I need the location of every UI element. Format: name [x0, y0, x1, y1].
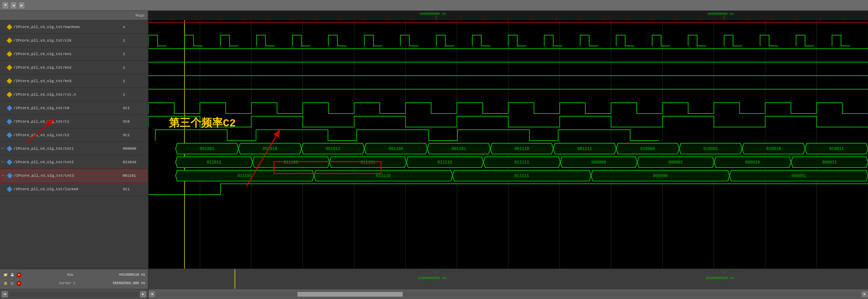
- signal-value-eachvec: x: [121, 25, 148, 29]
- main-area: Msgs /IPcore_pll_v3_vlg_tst/eachvec x /I…: [0, 11, 868, 269]
- status-icon-folder[interactable]: 📁: [3, 272, 8, 278]
- signal-value-cnt3: 001101: [121, 174, 148, 178]
- status-left: 📁 💾 ● Now 4412690110 ns 🔒 ✏️ ● Cursor 1 …: [0, 269, 149, 289]
- left-scroll-track[interactable]: [9, 292, 138, 297]
- toolbar: ▼ ◀ ▶: [0, 0, 868, 11]
- signal-value-cnt1: 000000: [121, 147, 148, 151]
- signal-name-cnt2: /IPcore_pll_v3_vlg_tst/cnt2: [14, 160, 121, 164]
- status-icon-edit[interactable]: ✏️: [9, 281, 15, 286]
- signal-row-en3[interactable]: /IPcore_pll_v3_vlg_tst/en3 1: [0, 74, 148, 88]
- toolbar-prev[interactable]: ◀: [10, 2, 17, 9]
- cursor-label: Cursor 1: [59, 281, 75, 285]
- diamond-locked: [7, 186, 12, 192]
- signal-value-cnt2: 011010: [121, 160, 148, 164]
- signal-name-eachvec: /IPcore_pll_v3_vlg_tst/eachvec: [14, 25, 121, 29]
- signal-value-en1: 1: [121, 52, 148, 56]
- status-right: [149, 269, 868, 289]
- status-icon-lock[interactable]: 🔒: [3, 281, 8, 286]
- status-icon-red-circle[interactable]: ●: [16, 281, 22, 286]
- signal-value-c2: St1: [121, 133, 148, 137]
- signal-value-rst_n: 1: [121, 93, 148, 97]
- toolbar-next[interactable]: ▶: [18, 2, 25, 9]
- status-row-now: 📁 💾 ● Now 4412690110 ns: [3, 272, 145, 278]
- scroll-waveform-right[interactable]: ▶: [861, 291, 868, 298]
- diamond-en2: [7, 65, 12, 70]
- cursor-value: 565502562.095 ns: [113, 281, 145, 285]
- signal-header: Msgs: [0, 11, 148, 20]
- status-icons-row2: 🔒 ✏️ ●: [3, 281, 22, 286]
- signal-row-cnt2[interactable]: +- /IPcore_pll_v3_vlg_tst/cnt2 011010: [0, 155, 148, 169]
- waveform-area[interactable]: 第三个频率C2: [149, 11, 868, 269]
- signal-name-en2: /IPcore_pll_v3_vlg_tst/en2: [14, 66, 121, 70]
- signal-name-locked: /IPcore_pll_v3_vlg_tst/locked: [14, 187, 121, 191]
- diamond-rst_n: [7, 92, 12, 97]
- signal-rows: /IPcore_pll_v3_vlg_tst/eachvec x /IPcore…: [0, 20, 148, 196]
- diamond-c0: [7, 105, 12, 111]
- waveform-scroll-track[interactable]: [157, 292, 860, 297]
- signal-row-clk[interactable]: /IPcore_pll_v3_vlg_tst/clk 1: [0, 34, 148, 47]
- signal-name-cnt1: /IPcore_pll_v3_vlg_tst/cnt1: [14, 147, 121, 151]
- signal-row-en1[interactable]: /IPcore_pll_v3_vlg_tst/en1 1: [0, 47, 148, 61]
- signal-value-en2: 1: [121, 66, 148, 70]
- signal-row-c2[interactable]: /IPcore_pll_v3_vlg_tst/c2 St1: [0, 128, 148, 142]
- signal-row-c1[interactable]: /IPcore_pll_v3_vlg_tst/c1 St0: [0, 115, 148, 128]
- scrollbar-area: ◀ ▶ ◀ ▶: [0, 289, 868, 299]
- diamond-c2: [7, 132, 12, 138]
- signal-row-en2[interactable]: /IPcore_pll_v3_vlg_tst/en2 1: [0, 61, 148, 74]
- signal-row-cnt3[interactable]: +- /IPcore_pll_v3_vlg_tst/cnt3 001101: [0, 169, 148, 182]
- toolbar-dropdown[interactable]: ▼: [2, 2, 9, 9]
- signal-name-c0: /IPcore_pll_v3_vlg_tst/c0: [14, 106, 121, 110]
- scroll-waveform-left[interactable]: ◀: [149, 291, 155, 298]
- diamond-en3: [7, 78, 12, 84]
- diamond-en1: [7, 51, 12, 57]
- signal-name-clk: /IPcore_pll_v3_vlg_tst/clk: [14, 39, 121, 43]
- signal-panel: Msgs /IPcore_pll_v3_vlg_tst/eachvec x /I…: [0, 11, 149, 269]
- signal-row-locked[interactable]: /IPcore_pll_v3_vlg_tst/locked St1: [0, 182, 148, 196]
- waveform-header: [149, 11, 868, 20]
- signal-value-clk: 1: [121, 39, 148, 43]
- scrollbar-right: ◀ ▶: [149, 289, 868, 299]
- diamond-cnt1: [7, 146, 12, 151]
- now-value: 4412690110 ns: [119, 273, 145, 277]
- signal-name-c2: /IPcore_pll_v3_vlg_tst/c2: [14, 133, 121, 137]
- signal-name-cnt3: /IPcore_pll_v3_vlg_tst/cnt3: [14, 174, 121, 178]
- msgs-label: Msgs: [136, 14, 144, 18]
- now-label: Now: [67, 273, 73, 277]
- signal-value-locked: St1: [121, 187, 148, 191]
- status-row-cursor: 🔒 ✏️ ● Cursor 1 565502562.095 ns: [3, 281, 145, 286]
- signal-value-c1: St0: [121, 120, 148, 124]
- status-icon-circle[interactable]: ●: [16, 272, 22, 278]
- diamond-cnt2: [7, 159, 12, 165]
- scroll-left-btn[interactable]: ◀: [1, 291, 8, 298]
- scroll-right-btn1[interactable]: ▶: [140, 291, 147, 298]
- status-icons-row1: 📁 💾 ●: [3, 272, 22, 278]
- diamond-eachvec: [7, 24, 12, 30]
- status-bar: 📁 💾 ● Now 4412690110 ns 🔒 ✏️ ● Cursor 1 …: [0, 269, 868, 289]
- diamond-c1: [7, 119, 12, 124]
- signal-row-eachvec[interactable]: /IPcore_pll_v3_vlg_tst/eachvec x: [0, 20, 148, 34]
- signal-row-cnt1[interactable]: +- /IPcore_pll_v3_vlg_tst/cnt1 000000: [0, 142, 148, 155]
- diamond-cnt3: [7, 173, 13, 179]
- waveform-canvas[interactable]: [149, 20, 868, 269]
- signal-value-c0: St1: [121, 106, 148, 110]
- signal-row-rst_n[interactable]: /IPcore_pll_v3_vlg_tst/rst_n 1: [0, 88, 148, 101]
- diamond-clk: [7, 38, 12, 43]
- signal-name-en3: /IPcore_pll_v3_vlg_tst/en3: [14, 79, 121, 83]
- signal-value-en3: 1: [121, 79, 148, 83]
- waveform-scroll-thumb[interactable]: [297, 292, 403, 297]
- status-icon-save[interactable]: 💾: [9, 272, 15, 278]
- signal-name-c1: /IPcore_pll_v3_vlg_tst/c1: [14, 120, 121, 124]
- scrollbar-left: ◀ ▶: [0, 289, 149, 299]
- signal-name-en1: /IPcore_pll_v3_vlg_tst/en1: [14, 52, 121, 56]
- signal-name-rst_n: /IPcore_pll_v3_vlg_tst/rst_n: [14, 93, 121, 97]
- signal-row-c0[interactable]: /IPcore_pll_v3_vlg_tst/c0 St1: [0, 101, 148, 115]
